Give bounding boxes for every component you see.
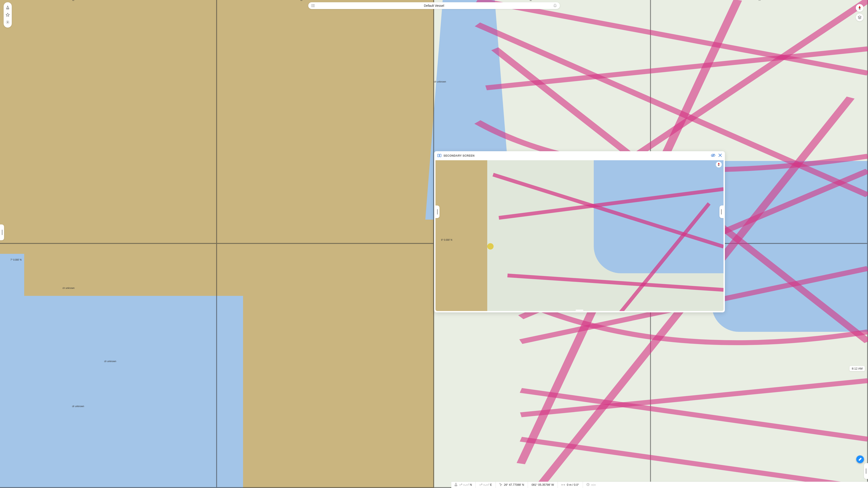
cursor-lon-cell[interactable]: 081° 05.35798' W [528,482,558,488]
distance-bearing: 0 m / 0.0° [567,483,579,486]
close-panel[interactable] [718,154,722,158]
clr-label: clr unknown [434,80,446,83]
cursor-lon: 081° 05.35798' W [532,483,554,486]
clock-icon [587,483,589,487]
clr-label: clr unknown [72,405,84,408]
edit-fab[interactable] [856,455,864,463]
split-screen-icon [437,154,441,158]
layers-icon [858,15,862,20]
svg-point-18 [7,22,8,23]
vessel-selector-bar[interactable]: Default Vessel [308,2,560,9]
svg-rect-19 [437,154,439,157]
right-drawer-handle[interactable] [864,463,868,479]
left-drawer-handle[interactable] [0,224,4,240]
distance-cell[interactable]: 0 m / 0.0° [558,482,583,488]
boat-tool[interactable] [4,4,11,11]
close-icon [718,154,722,157]
north-arrow-icon [718,163,720,164]
list-icon[interactable] [311,4,315,8]
lon-label-80: 80° 0.000' W [530,0,532,1]
mini-left-handle[interactable] [435,205,439,218]
eta-time: --:-- [591,483,596,486]
secondary-chart[interactable]: 6° 0.000' N N [435,160,723,311]
own-lon-cell[interactable]: --° --.---' E [475,482,495,488]
left-toolbar [4,2,12,28]
mini-compass[interactable]: N [716,162,722,167]
visibility-toggle[interactable] [711,154,715,158]
mini-right-handle[interactable] [719,205,723,218]
secondary-screen-panel[interactable]: SECONDARY SCREEN 6° 0.000' N N [434,151,725,312]
eye-off-icon [711,154,715,157]
own-lat: --° --.---' N [459,483,472,486]
mini-tracks [435,160,723,311]
own-lon: --° --.---' E [479,483,492,486]
pencil-icon [858,457,862,461]
panel-resize-handle[interactable] [576,310,583,311]
svg-line-24 [499,189,723,218]
compass-letter: N [859,8,861,10]
status-bar: --° --.---' N --° --.---' E 26° 47.77088… [451,482,868,488]
clr-label: clr unknown [62,287,74,289]
svg-point-16 [311,5,311,6]
own-position-cell[interactable]: --° --.---' N [451,482,475,488]
panel-header: SECONDARY SCREEN [434,151,725,160]
mini-compass-letter: N [718,164,719,166]
svg-point-17 [311,6,311,7]
lon-label-82: 82° 0.000' W [72,0,74,1]
cursor-pos-cell[interactable]: 26° 47.77088' N [496,482,528,488]
lon-label-79: 79° 0.000' W [758,0,761,1]
mini-lat-label: 6° 0.000' N [441,239,452,241]
cursor-lat: 26° 47.77088' N [504,483,524,486]
lon-label-81: 81° 0.000' W [300,0,303,1]
main-compass[interactable]: N [856,4,864,12]
layers-button[interactable] [856,13,864,21]
favorites-tool[interactable] [4,12,11,18]
svg-rect-20 [439,154,441,157]
boat-icon [455,483,457,487]
vessel-name: Default Vessel [315,4,553,7]
bearing-icon [561,483,565,487]
cursor-icon [499,483,502,487]
settings-tool[interactable] [4,19,11,25]
clock-badge: 8:12 AM [849,366,865,371]
svg-line-23 [493,175,723,247]
clr-label: clr unknown [104,360,116,363]
bell-icon[interactable] [553,4,557,8]
svg-line-25 [507,275,723,290]
eta-cell[interactable]: --:-- [583,482,599,488]
svg-line-28 [522,203,709,311]
panel-title: SECONDARY SCREEN [444,154,474,157]
lat-label-7: 7° 0.000' N [10,259,22,261]
